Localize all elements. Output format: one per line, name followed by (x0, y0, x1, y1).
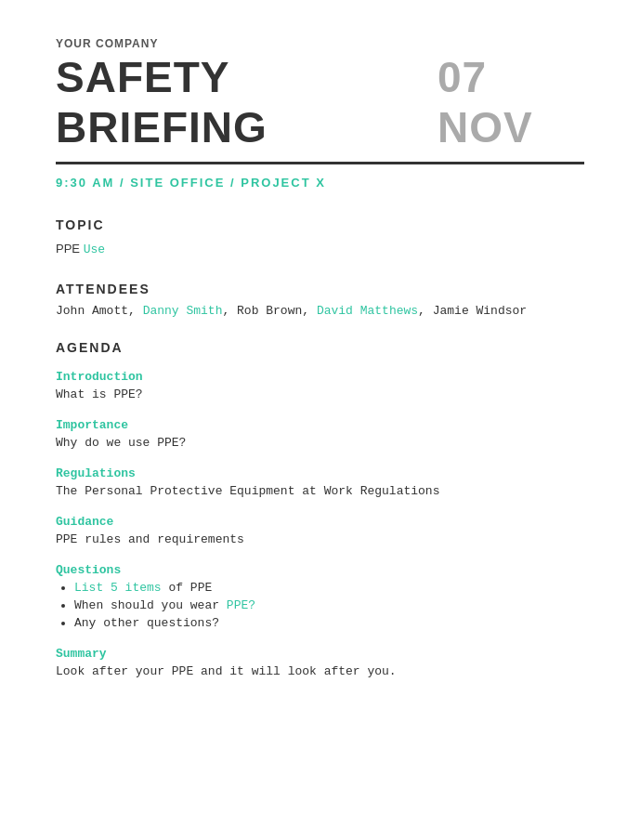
agenda-item-title-regulations: Regulations (56, 466, 584, 480)
agenda-item-desc-guidance: PPE rules and requirements (56, 532, 584, 546)
agenda-item-desc-importance: Why do we use PPE? (56, 436, 584, 450)
agenda-item-desc-summary: Look after your PPE and it will look aft… (56, 664, 584, 678)
question-list-item-2: When should you wear PPE? (74, 598, 584, 612)
agenda-section: AGENDA Introduction What is PPE? Importa… (56, 340, 584, 678)
topic-text: PPE Use (56, 240, 584, 259)
title-date: 07 NOV (438, 52, 584, 152)
attendees-text: John Amott, Danny Smith, Rob Brown, Davi… (56, 304, 584, 318)
agenda-item-title-summary: Summary (56, 647, 584, 661)
agenda-item-title-introduction: Introduction (56, 370, 584, 384)
agenda-item-title-questions: Questions (56, 563, 584, 577)
topic-highlight: Use (84, 243, 105, 256)
agenda-item-summary: Summary Look after your PPE and it will … (56, 647, 584, 678)
company-name: YOUR COMPANY (56, 37, 584, 50)
question-highlight-2: PPE? (227, 598, 255, 612)
title-line: SAFETY BRIEFING 07 NOV (56, 52, 584, 164)
attendee-danny: Danny Smith (143, 304, 223, 318)
question-highlight-1: List 5 items (74, 581, 162, 595)
agenda-heading: AGENDA (56, 340, 584, 355)
subtitle: 9:30 AM / SITE OFFICE / PROJECT X (56, 176, 584, 190)
agenda-item-desc-regulations: The Personal Protective Equipment at Wor… (56, 484, 584, 498)
summary-highlight: it will (229, 664, 281, 678)
agenda-item-desc-introduction: What is PPE? (56, 387, 584, 401)
agenda-item-regulations: Regulations The Personal Protective Equi… (56, 466, 584, 498)
title-main: SAFETY BRIEFING (56, 52, 426, 152)
agenda-item-questions: Questions List 5 items of PPE When shoul… (56, 563, 584, 630)
agenda-item-title-importance: Importance (56, 418, 584, 432)
agenda-questions-list: List 5 items of PPE When should you wear… (56, 581, 584, 630)
question-list-item-3: Any other questions? (74, 616, 584, 630)
agenda-item-introduction: Introduction What is PPE? (56, 370, 584, 401)
attendees-section: ATTENDEES John Amott, Danny Smith, Rob B… (56, 282, 584, 318)
topic-heading: TOPIC (56, 217, 584, 232)
topic-section: TOPIC PPE Use (56, 217, 584, 259)
attendee-david: David Matthews (317, 304, 418, 318)
attendees-heading: ATTENDEES (56, 282, 584, 296)
agenda-item-importance: Importance Why do we use PPE? (56, 418, 584, 450)
agenda-item-guidance: Guidance PPE rules and requirements (56, 515, 584, 546)
question-list-item-1: List 5 items of PPE (74, 581, 584, 595)
agenda-item-title-guidance: Guidance (56, 515, 584, 529)
